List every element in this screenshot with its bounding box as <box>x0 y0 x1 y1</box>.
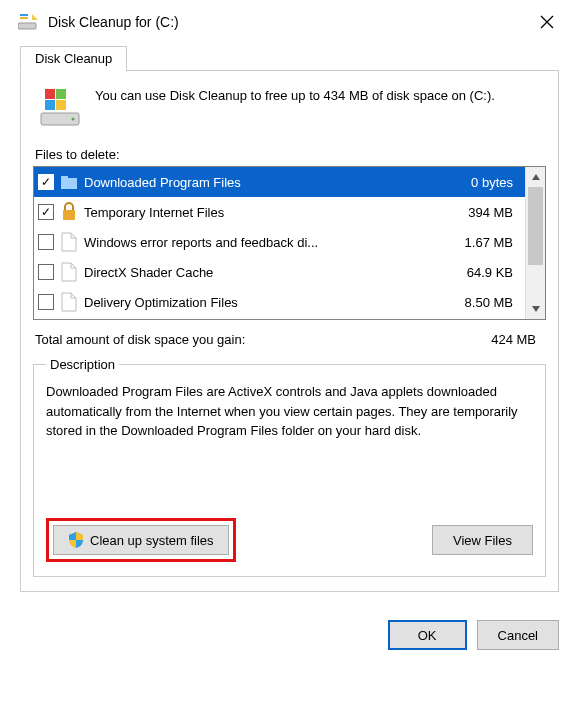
svg-point-4 <box>72 118 75 121</box>
checkbox[interactable]: ✓ <box>38 204 54 220</box>
file-size: 64.9 KB <box>467 265 519 280</box>
checkbox[interactable] <box>38 264 54 280</box>
total-label: Total amount of disk space you gain: <box>35 332 245 347</box>
disk-cleanup-icon <box>18 14 38 30</box>
cancel-button[interactable]: Cancel <box>477 620 559 650</box>
folder-icon <box>60 171 78 193</box>
drive-icon <box>39 87 81 129</box>
file-row[interactable]: ✓Downloaded Program Files0 bytes <box>34 167 525 197</box>
svg-rect-10 <box>61 176 68 179</box>
file-row[interactable]: Delivery Optimization Files8.50 MB <box>34 287 525 317</box>
svg-rect-1 <box>20 14 28 16</box>
checkbox[interactable]: ✓ <box>38 174 54 190</box>
file-row[interactable]: ✓Temporary Internet Files394 MB <box>34 197 525 227</box>
file-name: Delivery Optimization Files <box>84 295 459 310</box>
svg-rect-5 <box>45 89 55 99</box>
ok-button[interactable]: OK <box>388 620 467 650</box>
description-group: Description Downloaded Program Files are… <box>33 357 546 577</box>
titlebar: Disk Cleanup for (C:) <box>0 0 579 46</box>
scroll-up-button[interactable] <box>526 167 545 187</box>
file-list[interactable]: ✓Downloaded Program Files0 bytes✓Tempora… <box>33 166 546 320</box>
cleanup-system-files-button[interactable]: Clean up system files <box>53 525 229 555</box>
tab-panel: Disk Cleanup You can use Disk Cleanup to… <box>20 70 559 592</box>
files-to-delete-label: Files to delete: <box>35 147 546 162</box>
svg-rect-2 <box>20 17 28 19</box>
file-row[interactable]: DirectX Shader Cache64.9 KB <box>34 257 525 287</box>
svg-rect-8 <box>56 100 66 110</box>
lock-icon <box>60 201 78 223</box>
shield-icon <box>68 532 84 548</box>
file-size: 394 MB <box>468 205 519 220</box>
svg-rect-11 <box>63 210 75 220</box>
view-files-button[interactable]: View Files <box>432 525 533 555</box>
file-row[interactable]: Windows error reports and feedback di...… <box>34 227 525 257</box>
file-size: 1.67 MB <box>465 235 519 250</box>
annotation-highlight: Clean up system files <box>46 518 236 562</box>
file-name: DirectX Shader Cache <box>84 265 461 280</box>
close-button[interactable] <box>527 7 567 37</box>
cleanup-button-label: Clean up system files <box>90 533 214 548</box>
window-title: Disk Cleanup for (C:) <box>48 14 527 30</box>
file-name: Windows error reports and feedback di... <box>84 235 459 250</box>
checkbox[interactable] <box>38 234 54 250</box>
file-icon <box>60 291 78 313</box>
scrollbar[interactable] <box>525 167 545 319</box>
file-name: Temporary Internet Files <box>84 205 462 220</box>
file-icon <box>60 231 78 253</box>
description-text: Downloaded Program Files are ActiveX con… <box>46 382 533 492</box>
file-size: 0 bytes <box>471 175 519 190</box>
description-legend: Description <box>46 357 119 372</box>
file-size: 8.50 MB <box>465 295 519 310</box>
svg-rect-6 <box>56 89 66 99</box>
checkbox[interactable] <box>38 294 54 310</box>
file-icon <box>60 261 78 283</box>
svg-rect-7 <box>45 100 55 110</box>
svg-rect-9 <box>61 178 77 189</box>
file-name: Downloaded Program Files <box>84 175 465 190</box>
intro-text: You can use Disk Cleanup to free up to 4… <box>95 87 495 106</box>
scroll-thumb[interactable] <box>528 187 543 265</box>
close-icon <box>540 15 554 29</box>
scroll-down-button[interactable] <box>526 299 545 319</box>
tab-disk-cleanup[interactable]: Disk Cleanup <box>20 46 127 72</box>
total-value: 424 MB <box>491 332 536 347</box>
svg-rect-0 <box>18 23 36 29</box>
